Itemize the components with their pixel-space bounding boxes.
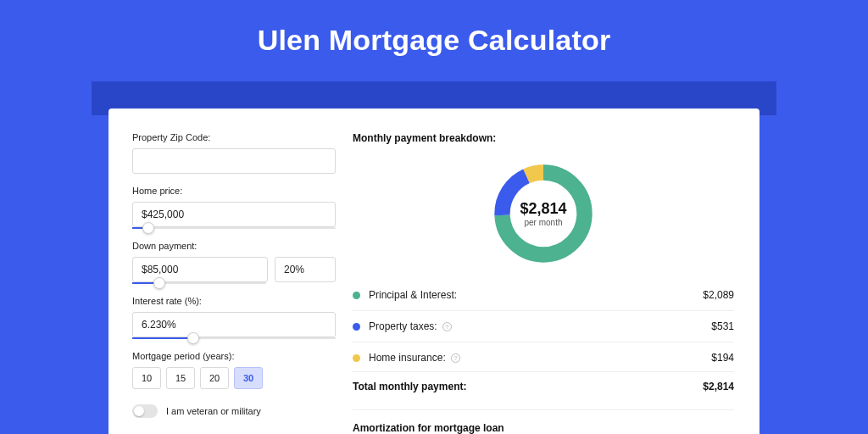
period-options: 10152030 [132,367,336,389]
down-payment-slider[interactable] [132,282,266,284]
zip-label: Property Zip Code: [132,132,336,142]
period-option-15[interactable]: 15 [166,367,195,389]
page-title: Ulen Mortgage Calculator [0,0,868,72]
form-column: Property Zip Code: Home price: Down paym… [132,132,336,434]
legend-dot [353,292,360,299]
donut-amount: $2,814 [520,200,566,218]
info-icon[interactable]: ? [451,353,460,363]
legend-value: $2,089 [703,289,734,301]
breakdown-column: Monthly payment breakdown: $2,814 per mo… [353,132,734,434]
home-price-group: Home price: [132,186,336,229]
slider-thumb[interactable] [142,222,154,234]
period-option-30[interactable]: 30 [234,367,263,389]
legend-row: Principal & Interest:$2,089 [353,281,734,309]
legend-row: Home insurance:?$194 [353,344,734,371]
total-row: Total monthly payment: $2,814 [353,371,734,401]
veteran-row: I am veteran or military [132,404,336,418]
period-option-10[interactable]: 10 [132,367,161,389]
legend-dot [353,354,360,362]
payment-donut-chart: $2,814 per month [489,159,598,268]
down-payment-label: Down payment: [132,241,336,251]
breakdown-title: Monthly payment breakdown: [353,132,734,144]
legend-value: $531 [711,320,734,332]
donut-sub: per month [524,218,562,227]
legend-dot [353,323,360,331]
down-payment-pct-input[interactable] [275,257,336,282]
slider-thumb[interactable] [153,277,165,289]
interest-rate-input[interactable] [132,312,336,337]
veteran-label: I am veteran or military [166,406,261,416]
interest-rate-label: Interest rate (%): [132,296,336,306]
down-payment-group: Down payment: [132,241,336,284]
interest-rate-slider[interactable] [132,337,336,339]
period-label: Mortgage period (years): [132,351,336,361]
interest-rate-group: Interest rate (%): [132,296,336,339]
down-payment-input[interactable] [132,257,268,282]
calculator-card: Property Zip Code: Home price: Down paym… [108,108,760,434]
donut-wrap: $2,814 per month [353,154,734,281]
amortization-title: Amortization for mortgage loan [353,422,734,434]
legend-row: Property taxes:?$531 [353,313,734,340]
total-label: Total monthly payment: [353,381,703,392]
legend: Principal & Interest:$2,089Property taxe… [353,281,734,371]
total-value: $2,814 [703,381,734,392]
veteran-toggle[interactable] [132,404,158,418]
home-price-label: Home price: [132,186,336,196]
period-option-20[interactable]: 20 [200,367,229,389]
info-icon[interactable]: ? [442,322,452,331]
zip-field-group: Property Zip Code: [132,132,336,174]
legend-label: Property taxes:? [369,320,711,332]
amortization-section: Amortization for mortgage loan Amortizat… [353,409,734,434]
legend-label: Home insurance:? [369,352,711,364]
slider-thumb[interactable] [187,332,199,344]
home-price-input[interactable] [132,202,336,227]
legend-label: Principal & Interest: [369,289,703,301]
home-price-slider[interactable] [132,227,336,229]
zip-input[interactable] [132,148,336,174]
period-group: Mortgage period (years): 10152030 [132,351,336,389]
legend-value: $194 [711,352,734,364]
